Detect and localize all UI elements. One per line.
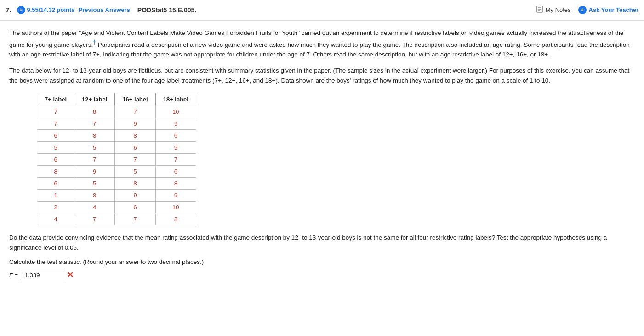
top-bar-right: My Notes + Ask Your Teacher xyxy=(536,6,638,14)
wrong-icon: ✕ xyxy=(67,270,74,280)
table-cell: 6 xyxy=(155,130,196,142)
table-cell: 7 xyxy=(115,106,155,118)
table-cell: 8 xyxy=(115,178,155,190)
notes-icon xyxy=(536,6,543,14)
table-cell: 1 xyxy=(37,190,74,202)
table-cell: 6 xyxy=(115,142,155,154)
ask-teacher-icon: + xyxy=(578,6,587,14)
table-cell: 8 xyxy=(37,166,74,178)
table-row: 6588 xyxy=(37,178,196,190)
table-cell: 7 xyxy=(74,213,115,225)
table-cell: 4 xyxy=(74,202,115,213)
question-text: Do the data provide convincing evidence … xyxy=(9,233,635,252)
top-bar: 7. + 9.55/14.32 points Previous Answers … xyxy=(0,0,644,20)
f-input[interactable] xyxy=(22,270,63,280)
table-cell: 7 xyxy=(37,118,74,130)
dagger: † xyxy=(93,39,96,45)
table-cell: 9 xyxy=(115,190,155,202)
table-cell: 7 xyxy=(74,154,115,166)
col-header-12plus: 12+ label xyxy=(74,93,115,106)
my-notes-button[interactable]: My Notes xyxy=(536,6,571,14)
table-cell: 9 xyxy=(155,118,196,130)
table-cell: 7 xyxy=(115,213,155,225)
table-row: 1899 xyxy=(37,190,196,202)
table-cell: 6 xyxy=(115,202,155,213)
col-header-16plus: 16+ label xyxy=(115,93,155,106)
table-cell: 6 xyxy=(37,178,74,190)
table-header-row: 7+ label 12+ label 16+ label 18+ label xyxy=(37,93,196,106)
table-cell: 5 xyxy=(115,166,155,178)
table-cell: 9 xyxy=(155,190,196,202)
table-cell: 8 xyxy=(115,130,155,142)
table-cell: 7 xyxy=(74,118,115,130)
table-row: 4778 xyxy=(37,213,196,225)
points-badge[interactable]: + 9.55/14.32 points xyxy=(17,6,75,14)
table-cell: 6 xyxy=(155,166,196,178)
previous-answers-link[interactable]: Previous Answers xyxy=(79,6,130,13)
description-para2: The data below for 12- to 13-year-old bo… xyxy=(9,66,635,85)
table-cell: 9 xyxy=(74,166,115,178)
points-text: 9.55/14.32 points xyxy=(27,6,75,13)
points-icon: + xyxy=(17,6,25,14)
table-cell: 7 xyxy=(155,154,196,166)
table-row: 78710 xyxy=(37,106,196,118)
table-cell: 8 xyxy=(74,106,115,118)
col-header-18plus: 18+ label xyxy=(155,93,196,106)
table-cell: 8 xyxy=(74,130,115,142)
top-bar-left: 7. + 9.55/14.32 points Previous Answers … xyxy=(6,6,536,14)
table-cell: 5 xyxy=(74,142,115,154)
table-cell: 10 xyxy=(155,106,196,118)
my-notes-label: My Notes xyxy=(546,6,571,13)
table-row: 6777 xyxy=(37,154,196,166)
table-cell: 5 xyxy=(74,178,115,190)
description-para1: The authors of the paper "Age and Violen… xyxy=(9,28,635,59)
table-cell: 8 xyxy=(74,190,115,202)
table-row: 7799 xyxy=(37,118,196,130)
table-cell: 10 xyxy=(155,202,196,213)
table-cell: 9 xyxy=(155,142,196,154)
table-cell: 5 xyxy=(37,142,74,154)
table-row: 24610 xyxy=(37,202,196,213)
ask-teacher-label: Ask Your Teacher xyxy=(589,6,638,13)
table-cell: 8 xyxy=(155,178,196,190)
table-cell: 6 xyxy=(37,154,74,166)
ask-teacher-button[interactable]: + Ask Your Teacher xyxy=(578,6,638,14)
table-cell: 8 xyxy=(155,213,196,225)
table-cell: 2 xyxy=(37,202,74,213)
table-cell: 4 xyxy=(37,213,74,225)
col-header-7plus: 7+ label xyxy=(37,93,74,106)
table-row: 6886 xyxy=(37,130,196,142)
f-input-row: F = ✕ xyxy=(9,270,635,280)
data-table: 7+ label 12+ label 16+ label 18+ label 7… xyxy=(37,93,196,225)
table-cell: 9 xyxy=(115,118,155,130)
pod-label: PODStat5 15.E.005. xyxy=(137,6,196,14)
question-number: 7. xyxy=(6,6,11,14)
table-cell: 7 xyxy=(37,106,74,118)
f-label: F = xyxy=(9,272,18,279)
calculate-text: Calculate the test statistic. (Round you… xyxy=(9,258,635,265)
table-row: 8956 xyxy=(37,166,196,178)
table-row: 5569 xyxy=(37,142,196,154)
table-cell: 6 xyxy=(37,130,74,142)
content-area: The authors of the paper "Age and Violen… xyxy=(0,21,644,288)
table-cell: 7 xyxy=(115,154,155,166)
